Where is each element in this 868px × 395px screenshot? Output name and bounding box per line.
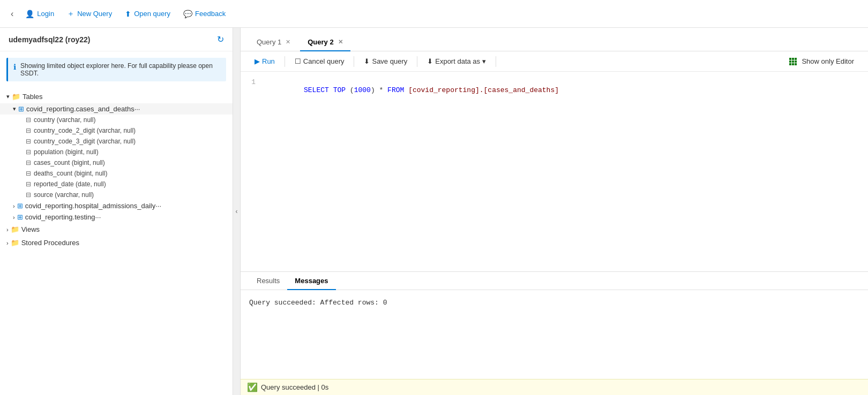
table-testing[interactable]: › ⊞ covid_reporting.testing ··· xyxy=(0,211,233,223)
table-icon: ⊞ xyxy=(17,213,23,221)
person-icon: 👤 xyxy=(25,10,34,18)
show-editor-label: Show only Editor xyxy=(802,57,854,65)
column-country-code-3: ⊟ country_code_3_digit (varchar, null) xyxy=(0,136,233,147)
more-options-icon[interactable]: ··· xyxy=(95,213,101,221)
grid-icon xyxy=(789,58,797,65)
number-1000: 1000 xyxy=(354,86,371,94)
editor-line-1: 1 SELECT TOP (1000) * FROM [covid_report… xyxy=(241,78,868,102)
separator xyxy=(285,56,285,67)
feedback-icon: 💬 xyxy=(183,10,192,18)
sidebar-header: udemyadfsql22 (roy22) ↻ xyxy=(0,28,233,51)
table-name: covid_reporting.hospital_admissions_dail… xyxy=(25,202,156,210)
views-label: Views xyxy=(21,225,40,233)
line-number: 1 xyxy=(241,78,262,86)
keyword-select: SELECT xyxy=(304,86,329,94)
success-message: Query succeeded: Affected rows: 0 xyxy=(249,299,859,307)
column-cases-count: ⊟ cases_count (bigint, null) xyxy=(0,157,233,168)
column-deaths-count: ⊟ deaths_count (bigint, null) xyxy=(0,168,233,179)
chevron-right-icon: › xyxy=(13,214,15,221)
close-tab-query2-icon[interactable]: ✕ xyxy=(338,39,343,45)
top-toolbar: ‹ 👤 Login ＋ New Query ⬆ Open query 💬 Fee… xyxy=(0,0,868,28)
status-ok-icon: ✅ xyxy=(247,382,258,392)
export-data-button[interactable]: ⬇ Export data as ▾ xyxy=(422,55,491,68)
chevron-down-icon: ▾ xyxy=(6,93,10,100)
save-label: Save query xyxy=(372,57,407,65)
table-name: covid_reporting.cases_and_deaths xyxy=(26,105,134,113)
export-icon: ⬇ xyxy=(427,57,433,65)
refresh-icon[interactable]: ↻ xyxy=(217,34,224,44)
column-icon: ⊟ xyxy=(26,127,31,134)
column-icon: ⊟ xyxy=(26,148,31,156)
feedback-button[interactable]: 💬 Feedback xyxy=(178,6,231,21)
folder-icon: 📁 xyxy=(11,239,19,247)
chevron-down-icon: ▾ xyxy=(13,105,16,112)
column-reported-date: ⊟ reported_date (date, null) xyxy=(0,179,233,189)
folder-icon: 📁 xyxy=(11,225,19,233)
db-name: udemyadfsql22 (roy22) xyxy=(9,35,91,44)
stored-procedures-section[interactable]: › 📁 Stored Procedures xyxy=(0,236,233,249)
keyword-from: FROM xyxy=(387,86,404,94)
chevron-right-icon: › xyxy=(13,203,15,209)
query-toolbar: ▶ Run ☐ Cancel query ⬇ Save query ⬇ Expo… xyxy=(241,51,868,72)
main-layout: udemyadfsql22 (roy22) ↻ ℹ Showing limite… xyxy=(0,28,868,395)
tab-results[interactable]: Results xyxy=(249,272,287,290)
status-bar: ✅ Query succeeded | 0s xyxy=(241,379,868,395)
results-area: Results Messages Query succeeded: Affect… xyxy=(241,272,868,379)
save-icon: ⬇ xyxy=(364,57,370,65)
column-population: ⊟ population (bigint, null) xyxy=(0,147,233,157)
tab-messages[interactable]: Messages xyxy=(287,272,335,290)
tables-section[interactable]: ▾ 📁 Tables xyxy=(0,90,233,103)
more-options-icon[interactable]: ··· xyxy=(134,105,140,113)
separator xyxy=(496,56,496,67)
stored-procedures-label: Stored Procedures xyxy=(21,239,79,247)
info-text: Showing limited object explorer here. Fo… xyxy=(20,62,221,77)
cancel-label: Cancel query xyxy=(303,57,345,65)
results-tabs: Results Messages xyxy=(241,272,868,290)
run-button[interactable]: ▶ Run xyxy=(249,55,280,68)
table-reference: [covid_reporting].[cases_and_deaths] xyxy=(408,86,559,94)
table-cases-and-deaths[interactable]: ▾ ⊞ covid_reporting.cases_and_deaths ··· xyxy=(0,103,233,115)
messages-tab-label: Messages xyxy=(295,277,328,285)
column-source: ⊟ source (varchar, null) xyxy=(0,189,233,200)
column-country-code-2: ⊟ country_code_2_digit (varchar, null) xyxy=(0,125,233,136)
save-query-button[interactable]: ⬇ Save query xyxy=(358,55,413,68)
run-label: Run xyxy=(262,57,275,65)
table-icon: ⊞ xyxy=(17,202,23,210)
open-query-button[interactable]: ⬆ Open query xyxy=(119,6,176,21)
new-query-button[interactable]: ＋ New Query xyxy=(62,6,117,22)
close-tab-query1-icon[interactable]: ✕ xyxy=(286,39,290,45)
editor-area[interactable]: 1 SELECT TOP (1000) * FROM [covid_report… xyxy=(241,72,868,272)
export-label: Export data as xyxy=(435,57,480,65)
table-hospital-admissions[interactable]: › ⊞ covid_reporting.hospital_admissions_… xyxy=(0,200,233,211)
table-icon: ⊞ xyxy=(18,105,24,113)
sidebar: udemyadfsql22 (roy22) ↻ ℹ Showing limite… xyxy=(0,28,233,395)
column-icon: ⊟ xyxy=(26,170,31,177)
tab-query1-label: Query 1 xyxy=(257,38,281,46)
plus-icon: ＋ xyxy=(67,9,74,19)
stop-icon: ☐ xyxy=(295,57,301,65)
table-name: covid_reporting.testing xyxy=(25,213,95,221)
tables-label: Tables xyxy=(23,93,43,101)
status-message: Query succeeded | 0s xyxy=(261,383,328,391)
back-button[interactable]: ‹ xyxy=(6,6,18,22)
collapse-sidebar-handle[interactable]: ‹ xyxy=(233,28,241,395)
info-box: ℹ Showing limited object explorer here. … xyxy=(6,58,226,81)
views-section[interactable]: › 📁 Views xyxy=(0,223,233,236)
more-options-icon[interactable]: ··· xyxy=(155,202,161,210)
line-content: SELECT TOP (1000) * FROM [covid_reportin… xyxy=(262,78,868,102)
column-icon: ⊟ xyxy=(26,191,31,199)
column-icon: ⊟ xyxy=(26,116,31,124)
tab-query2[interactable]: Query 2 ✕ xyxy=(300,34,350,51)
results-content: Query succeeded: Affected rows: 0 xyxy=(241,290,868,379)
cancel-query-button[interactable]: ☐ Cancel query xyxy=(289,55,350,68)
show-only-editor-button[interactable]: Show only Editor xyxy=(784,55,859,68)
login-button[interactable]: 👤 Login xyxy=(20,6,59,21)
chevron-down-icon: ▾ xyxy=(482,57,486,65)
tab-query2-label: Query 2 xyxy=(308,38,333,46)
tab-query1[interactable]: Query 1 ✕ xyxy=(249,34,298,51)
tabs-bar: Query 1 ✕ Query 2 ✕ xyxy=(241,28,868,51)
chevron-right-icon: › xyxy=(6,240,9,246)
column-icon: ⊟ xyxy=(26,159,31,166)
column-country: ⊟ country (varchar, null) xyxy=(0,115,233,125)
info-icon: ℹ xyxy=(13,63,16,71)
